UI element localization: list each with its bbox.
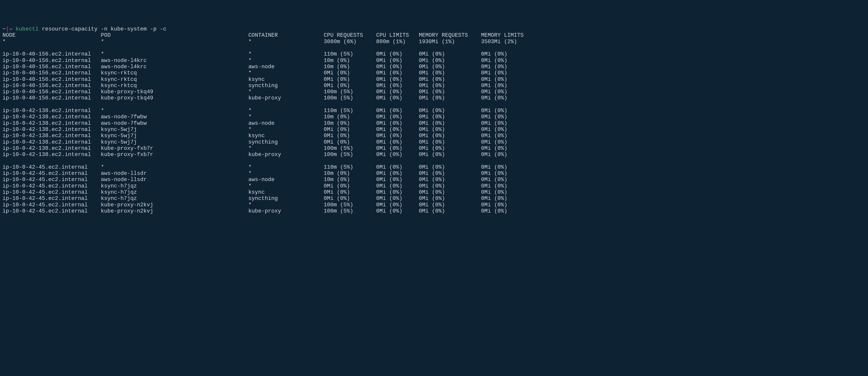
table-row: ip-10-0-42-138.ec2.internal ksync-5wj7j …: [2, 133, 866, 139]
table-row: ip-10-0-42-45.ec2.internal kube-proxy-n2…: [2, 208, 866, 214]
table-row: ip-10-0-40-156.ec2.internal ksync-rktcq …: [2, 82, 866, 89]
table-row: ip-10-0-42-45.ec2.internal aws-node-llsd…: [2, 177, 866, 183]
prompt-tilde: ~: [2, 26, 6, 32]
table-row: ip-10-0-42-45.ec2.internal ksync-h7jqz k…: [2, 189, 866, 196]
table-row: ip-10-0-42-138.ec2.internal ksync-5wj7j …: [2, 127, 866, 133]
totals-row: * * * 3080m (6%) 800m (1%) 1930Mi (1%) 3…: [2, 39, 866, 45]
table-row: ip-10-0-40-156.ec2.internal aws-node-l4k…: [2, 64, 866, 70]
blank-row: [2, 101, 866, 108]
prompt-line: ~|⇒ kubectl resource-capacity -n kube-sy…: [2, 26, 866, 32]
blank-row: [2, 45, 866, 51]
prompt-arrow: ⇒: [9, 26, 16, 32]
table-row: ip-10-0-40-156.ec2.internal * * 110m (5%…: [2, 51, 866, 57]
table-row: ip-10-0-40-156.ec2.internal kube-proxy-t…: [2, 95, 866, 101]
table-row: ip-10-0-40-156.ec2.internal ksync-rktcq …: [2, 70, 866, 76]
table-row: ip-10-0-42-138.ec2.internal kube-proxy-f…: [2, 145, 866, 151]
table-row: ip-10-0-42-45.ec2.internal ksync-h7jqz s…: [2, 196, 866, 202]
table-row: ip-10-0-40-156.ec2.internal kube-proxy-t…: [2, 89, 866, 95]
command-args: resource-capacity -n kube-system -p -c: [38, 26, 166, 32]
table-row: ip-10-0-42-45.ec2.internal aws-node-llsd…: [2, 170, 866, 177]
terminal-output: ~|⇒ kubectl resource-capacity -n kube-sy…: [2, 26, 866, 214]
table-row: ip-10-0-42-45.ec2.internal * * 110m (5%)…: [2, 164, 866, 170]
command-name: kubectl: [16, 26, 38, 32]
table-row: ip-10-0-42-45.ec2.internal ksync-h7jqz *…: [2, 183, 866, 189]
table-row: ip-10-0-42-45.ec2.internal kube-proxy-n2…: [2, 202, 866, 208]
prompt-pipe: |: [6, 26, 9, 32]
table-row: ip-10-0-42-138.ec2.internal ksync-5wj7j …: [2, 139, 866, 145]
table-row: ip-10-0-42-138.ec2.internal aws-node-7fw…: [2, 114, 866, 120]
blank-row: [2, 158, 866, 164]
table-row: ip-10-0-42-138.ec2.internal kube-proxy-f…: [2, 151, 866, 158]
table-row: ip-10-0-40-156.ec2.internal ksync-rktcq …: [2, 76, 866, 82]
table-row: ip-10-0-40-156.ec2.internal aws-node-l4k…: [2, 58, 866, 64]
table-row: ip-10-0-42-138.ec2.internal * * 110m (5%…: [2, 108, 866, 114]
table-header-row: NODE POD CONTAINER CPU REQUESTS CPU LIMI…: [2, 32, 866, 38]
table-row: ip-10-0-42-138.ec2.internal aws-node-7fw…: [2, 120, 866, 127]
